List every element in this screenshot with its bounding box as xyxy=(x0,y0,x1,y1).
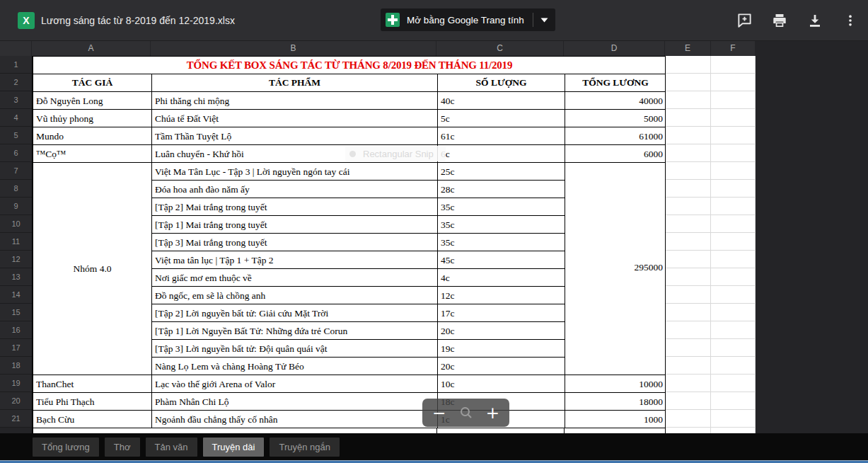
cell-qty-r10: 35c xyxy=(438,216,565,234)
sheet-tab-tản-văn[interactable]: Tản văn xyxy=(146,438,197,457)
zoom-in-button[interactable]: + xyxy=(486,399,499,426)
cell-qty-r5: 61c xyxy=(438,127,565,145)
column-letter-F: F xyxy=(711,41,756,56)
sheet-tab-truyện-ngắn[interactable]: Truyện ngắn xyxy=(270,438,340,457)
zoom-out-button[interactable]: − xyxy=(432,399,446,426)
cell-total-r3: 40000 xyxy=(565,92,666,110)
column-letter-C: C xyxy=(436,41,564,56)
cell-work-r4: Chúa tể Đất Việt xyxy=(152,110,438,127)
more-options-button[interactable] xyxy=(841,11,860,30)
cell-header-1: TÁC PHẨM xyxy=(152,74,438,92)
row-number-15: 15 xyxy=(0,304,32,321)
download-button[interactable] xyxy=(806,11,824,30)
cell-work-r16: [Tập 1] Lời Nguyền Bất Tử: Những đứa trẻ… xyxy=(152,322,438,340)
cell-qty-r3: 40c xyxy=(438,92,565,110)
row-number-12: 12 xyxy=(0,251,32,268)
row-gutter: 123456789101112131415161718192021 xyxy=(0,56,32,428)
xlsx-file-icon: X xyxy=(18,12,35,29)
cell-author-r20: Tiểu Phi Thạch xyxy=(33,393,152,411)
column-letter-A: A xyxy=(32,41,151,56)
google-sheets-icon xyxy=(386,13,400,27)
cell-qty-r7: 25c xyxy=(438,163,565,181)
cell-work-r5: Tầm Thần Tuyệt Lộ xyxy=(152,127,438,145)
top-bar-actions xyxy=(735,0,860,40)
cell-total-r20: 18000 xyxy=(565,393,666,411)
sheet-canvas: TỔNG KẾT BOX SÁNG TÁC TỪ THÁNG 8/2019 ĐẾ… xyxy=(32,56,756,433)
cell-work-r18: Nàng Lọ Lem và chàng Hoàng Tử Béo xyxy=(152,358,438,375)
sheet-tab-bar: Tổng lươngThơTản vănTruyện dàiTruyện ngắ… xyxy=(0,433,868,463)
cell-work-r15: [Tập 2] Lời nguyền bất tử: Giải cứu Mặt … xyxy=(152,304,438,322)
print-button[interactable] xyxy=(770,11,789,30)
add-comment-icon xyxy=(736,12,753,28)
grid-line xyxy=(564,428,565,433)
row-number-8: 8 xyxy=(0,180,32,198)
snip-circle-icon xyxy=(349,151,356,157)
row-number-2: 2 xyxy=(0,74,32,91)
spreadsheet-table: TỔNG KẾT BOX SÁNG TÁC TỪ THÁNG 8/2019 ĐẾ… xyxy=(32,56,665,433)
cell-header-0: TÁC GIẢ xyxy=(33,74,152,92)
drive-preview-window: X Lương sáng tác từ 8-2019 đến 12-2019.x… xyxy=(0,0,868,463)
bottom-edge-line xyxy=(0,460,868,463)
sheet-tab-tổng-lương[interactable]: Tổng lương xyxy=(33,438,99,457)
cell-qty-r17: 19c xyxy=(438,340,565,358)
open-with-google-sheets-button[interactable]: Mở bằng Google Trang tính xyxy=(381,8,555,31)
sheet-tab-truyện-dài[interactable]: Truyện dài xyxy=(203,438,265,457)
kebab-menu-icon xyxy=(843,13,857,28)
cell-work-r12: Việt ma tân lục | Tập 1 + Tập 2 xyxy=(152,251,438,269)
row-number-3: 3 xyxy=(0,91,32,109)
row-number-18: 18 xyxy=(0,357,32,375)
cell-total-r21: 1000 xyxy=(565,411,666,428)
row-number-14: 14 xyxy=(0,286,32,304)
column-letter-D: D xyxy=(564,41,665,56)
top-bar: X Lương sáng tác từ 8-2019 đến 12-2019.x… xyxy=(0,0,868,41)
magnifier-icon xyxy=(458,404,475,421)
cell-work-r17: [Tập 3] Lời nguyền bất tử: Đội quân quái… xyxy=(152,340,438,358)
cell-work-r21: Ngoảnh đầu chẳng thấy cố nhân xyxy=(152,411,438,428)
row-number-11: 11 xyxy=(0,233,32,251)
cell-work-r9: [Tập 2] Mai trắng trong tuyết xyxy=(152,198,438,216)
cell-header-2: SỐ LƯỢNG xyxy=(438,74,565,92)
row-number-9: 9 xyxy=(0,198,32,215)
download-icon xyxy=(806,12,823,29)
cell-author-r6: ™Cọ™ xyxy=(33,145,152,163)
row-number-10: 10 xyxy=(0,215,32,233)
column-letter-B: B xyxy=(151,41,436,56)
cell-qty-r12: 45c xyxy=(438,251,565,269)
chevron-down-icon[interactable] xyxy=(540,18,548,23)
row-number-4: 4 xyxy=(0,109,32,127)
cell-work-r3: Phi thăng chi mộng xyxy=(152,92,438,110)
cell-qty-r16: 20c xyxy=(438,322,565,340)
cell-work-r11: [Tập 3] Mai trắng trong tuyết xyxy=(152,234,438,251)
cell-work-r13: Nơi giấc mơ em thuộc về xyxy=(152,269,438,287)
cell-sheet-title: TỔNG KẾT BOX SÁNG TÁC TỪ THÁNG 8/2019 ĐẾ… xyxy=(33,57,666,74)
cell-total-r4: 5000 xyxy=(565,110,666,127)
cell-work-r10: [Tập 1] Mai trắng trong tuyết xyxy=(152,216,438,234)
cell-work-r8: Đóa hoa anh đào năm ấy xyxy=(152,181,438,198)
cell-author-group: Nhóm 4.0 xyxy=(33,163,152,375)
cell-author-r4: Vũ thủy phong xyxy=(33,110,152,127)
cell-total-r5: 61000 xyxy=(565,127,666,145)
cell-qty-r6: 6c xyxy=(438,145,565,163)
row-number-6: 6 xyxy=(0,144,32,162)
cell-author-r3: Đỗ Nguyên Long xyxy=(33,92,152,110)
column-f xyxy=(711,56,756,433)
cell-header-3: TỔNG LƯƠNG xyxy=(565,74,666,92)
cell-qty-r13: 4c xyxy=(438,269,565,287)
cell-qty-r19: 10c xyxy=(438,375,565,393)
snip-watermark: Rectangular Snip xyxy=(345,146,446,161)
print-icon xyxy=(771,12,788,29)
row-number-5: 5 xyxy=(0,127,32,144)
corner-box xyxy=(0,41,32,56)
row-number-21: 21 xyxy=(0,410,32,428)
row-number-20: 20 xyxy=(0,392,32,410)
cell-qty-r15: 17c xyxy=(438,304,565,322)
row-number-19: 19 xyxy=(0,375,32,392)
grid-line xyxy=(436,428,437,433)
cell-qty-r11: 35c xyxy=(438,234,565,251)
snip-watermark-label: Rectangular Snip xyxy=(363,149,434,159)
sheet-tab-thơ[interactable]: Thơ xyxy=(105,438,140,457)
add-comment-button[interactable] xyxy=(735,11,753,30)
cell-qty-r9: 35c xyxy=(438,198,565,216)
open-with-label: Mở bằng Google Trang tính xyxy=(407,15,524,25)
cell-work-r19: Lạc vào thế giới Arena of Valor xyxy=(152,375,438,393)
